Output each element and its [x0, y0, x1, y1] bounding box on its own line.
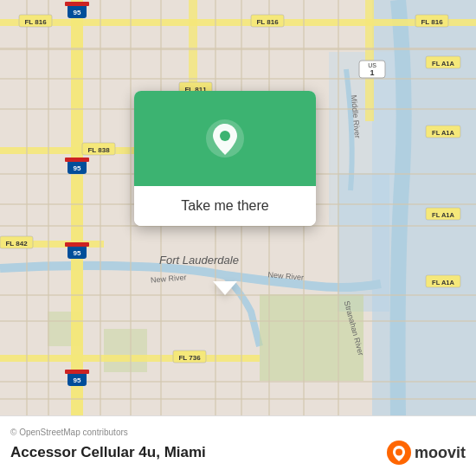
popup-tail	[213, 281, 237, 295]
svg-text:US: US	[368, 62, 376, 68]
svg-rect-42	[65, 242, 89, 247]
map-container: 95 95 95 95 FL 816 FL 816 FL 816 FL 811 …	[0, 0, 476, 415]
svg-rect-33	[338, 0, 339, 415]
moovit-brand-icon	[387, 441, 411, 465]
svg-text:95: 95	[74, 164, 81, 172]
popup-green-area	[134, 91, 316, 186]
svg-text:1: 1	[370, 68, 374, 77]
svg-text:FL 816: FL 816	[24, 18, 47, 26]
svg-point-81	[396, 449, 402, 456]
svg-text:FL A1A: FL A1A	[432, 279, 454, 286]
svg-text:95: 95	[74, 249, 81, 257]
map-attribution: © OpenStreetMap contributors	[10, 428, 466, 437]
popup-card: Take me there	[134, 91, 316, 226]
business-name: Accessor Cellular 4u, Miami	[10, 444, 206, 461]
moovit-logo: moovit	[387, 441, 466, 465]
svg-rect-15	[0, 78, 476, 80]
svg-rect-26	[100, 0, 101, 415]
svg-point-79	[220, 131, 230, 141]
svg-rect-39	[65, 158, 89, 162]
svg-text:FL 838: FL 838	[87, 146, 110, 154]
svg-text:FL A1A: FL A1A	[432, 211, 454, 219]
svg-rect-25	[48, 0, 49, 415]
svg-rect-20	[0, 294, 476, 296]
svg-text:95: 95	[74, 376, 81, 384]
svg-rect-36	[65, 2, 89, 6]
svg-text:FL 816: FL 816	[256, 18, 279, 26]
bottom-row: Accessor Cellular 4u, Miami moovit	[10, 441, 466, 465]
svg-text:FL A1A: FL A1A	[432, 129, 454, 137]
svg-text:95: 95	[74, 9, 81, 16]
svg-rect-11	[71, 0, 83, 415]
bottom-bar: © OpenStreetMap contributors Accessor Ce…	[0, 415, 476, 476]
moovit-text: moovit	[415, 444, 466, 462]
svg-rect-21	[0, 320, 476, 322]
svg-text:FL 842: FL 842	[5, 240, 28, 248]
location-pin-icon	[203, 117, 247, 160]
svg-text:FL A1A: FL A1A	[432, 60, 454, 68]
svg-text:Fort Lauderdale: Fort Lauderdale	[159, 254, 239, 267]
svg-rect-6	[104, 329, 147, 372]
svg-rect-24	[26, 0, 28, 415]
svg-rect-23	[0, 398, 476, 400]
svg-rect-14	[0, 48, 476, 50]
svg-text:FL 736: FL 736	[178, 354, 201, 362]
svg-rect-45	[65, 370, 89, 374]
svg-rect-27	[130, 0, 132, 415]
svg-text:FL 816: FL 816	[421, 18, 443, 26]
take-me-there-button[interactable]: Take me there	[134, 186, 316, 226]
